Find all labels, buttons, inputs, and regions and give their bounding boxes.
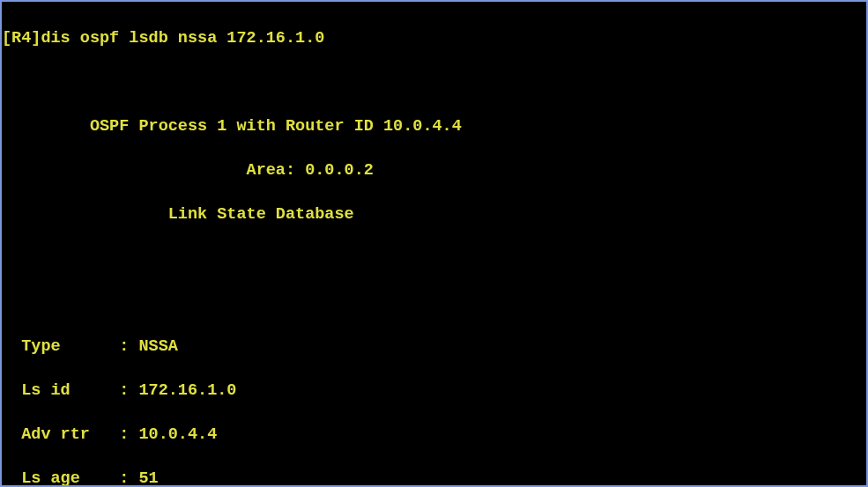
header-area: Area: 0.0.0.2 <box>2 159 866 181</box>
blank-line <box>2 247 866 269</box>
header-process: OSPF Process 1 with Router ID 10.0.4.4 <box>2 115 866 137</box>
header-lsdb: Link State Database <box>2 203 866 225</box>
field-type: Type : NSSA <box>2 336 866 358</box>
command-line[interactable]: [R4]dis ospf lsdb nssa 172.16.1.0 <box>2 27 866 49</box>
blank-line <box>2 291 866 314</box>
field-lsage: Ls age : 51 <box>2 468 866 487</box>
field-lsid: Ls id : 172.16.1.0 <box>2 380 866 402</box>
blank-line <box>2 71 866 93</box>
field-advrtr: Adv rtr : 10.0.4.4 <box>2 424 866 446</box>
terminal-output: [R4]dis ospf lsdb nssa 172.16.1.0 OSPF P… <box>0 0 868 487</box>
